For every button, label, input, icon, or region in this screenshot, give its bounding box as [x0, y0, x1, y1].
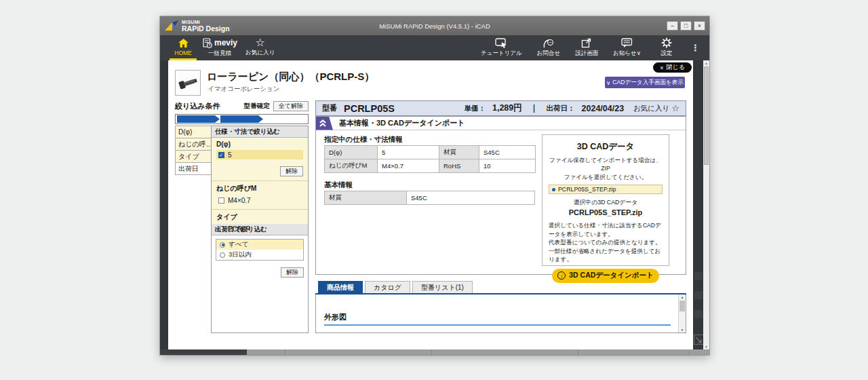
ship-option-all[interactable]: すべて — [216, 240, 303, 250]
scroll-up-icon[interactable]: ▲ — [679, 294, 686, 300]
misumi-logo: MiSUMi RAPiD Design — [164, 20, 230, 33]
app-status-strip — [160, 349, 709, 355]
checkbox-checked-icon[interactable]: ✓ — [218, 152, 224, 158]
nav-meviy-label: 一括見積 — [208, 50, 231, 58]
dialog-close-button[interactable]: × 閉じる — [653, 62, 692, 73]
nav-favorites-label: お気に入り — [245, 49, 275, 57]
filter-option-d5[interactable]: ✓ 5 — [216, 150, 303, 159]
table-row: D(φ) 5 材質 S45C — [324, 145, 536, 159]
product-thumbnail — [175, 70, 201, 96]
detail-tabs: 商品情報 カタログ 型番リスト(1) — [318, 281, 473, 293]
phone-contact-icon — [542, 38, 554, 48]
filter-option-m4[interactable]: M4×0.7 — [216, 195, 303, 205]
quote-document-icon — [202, 38, 212, 48]
nav-tutorial-label: チュートリアル — [481, 50, 522, 58]
app-content: ▲ ▼ × 閉じる ∨ CADデータ入手画面を表示 — [160, 60, 709, 355]
scroll-up-icon[interactable]: ▲ — [703, 60, 709, 66]
star-icon: ☆ — [255, 38, 264, 48]
nav-home-label: HOME — [174, 50, 192, 56]
tab-catalog[interactable]: カタログ — [365, 281, 410, 293]
section-title: 基本情報・3D CADデータインポート — [339, 118, 465, 128]
dimmed-background-row — [694, 310, 703, 318]
app-scrollbar[interactable]: ▲ ▼ — [703, 60, 709, 349]
scroll-down-icon[interactable]: ▼ — [703, 344, 709, 349]
close-window-button[interactable]: × — [694, 21, 705, 31]
kebab-menu[interactable]: ⋮ — [688, 35, 703, 60]
spec-filter-header: 仕様・寸法で絞り込む — [212, 126, 308, 138]
clear-spec-button[interactable]: 解除 — [280, 166, 303, 176]
product-title: ローラーピン（同心）（PCRLP-S） — [207, 71, 374, 83]
gear-icon — [661, 37, 672, 48]
logo-product: RAPiD Design — [182, 25, 230, 33]
close-icon: × — [660, 64, 663, 71]
ship-date-label: 出荷日： — [547, 104, 575, 113]
basic-info-title: 基本情報 — [324, 180, 353, 190]
clear-ship-button[interactable]: 解除 — [281, 267, 304, 278]
nav-favorites[interactable]: ☆ お気に入り — [241, 35, 279, 60]
show-cad-screen-button[interactable]: ∨ CADデータ入手画面を表示 — [605, 77, 685, 88]
spec-table: D(φ) 5 材質 S45C ねじの呼びM M4×0.7 RoHS 10 — [324, 145, 536, 173]
collapse-section-icon[interactable] — [316, 117, 333, 130]
panel-scrollbar[interactable]: ▲ ▼ — [678, 294, 686, 332]
cad-panel-title: 3D CADデータ — [549, 141, 663, 153]
filter-sidebar: 絞り込み条件 型番確定 全て解除 D(φ) ねじの呼… タイプ 出荷日 — [175, 100, 309, 333]
download-icon: ↓ — [557, 271, 566, 280]
titlebar: MiSUMi RAPiD Design MiSUMi RAPiD Design … — [160, 16, 709, 35]
cad-import-button[interactable]: ↓ 3D CADデータインポート — [552, 269, 659, 283]
radio-icon[interactable] — [220, 252, 225, 258]
spec-info-title: 指定中の仕様・寸法情報 — [324, 135, 403, 145]
radio-selected-icon[interactable] — [220, 242, 225, 248]
table-row: 材質 S45C — [324, 191, 535, 205]
minimize-button[interactable]: − — [667, 21, 678, 31]
nav-design-screen[interactable]: 設計画面 — [571, 35, 602, 60]
favorite-star-icon: ☆ — [671, 103, 679, 113]
external-link-icon — [581, 38, 592, 48]
maximize-button[interactable]: □ — [680, 21, 692, 31]
selected-cad-file: PCRLP05S_STEP.zip — [549, 208, 663, 216]
filter-category-shipdate[interactable]: 出荷日 — [175, 162, 212, 175]
dimmed-tool-icon — [694, 335, 704, 345]
basic-table: 材質 S45C — [324, 191, 535, 205]
filter-category-type[interactable]: タイプ — [175, 150, 212, 163]
checkbox-icon[interactable] — [218, 197, 224, 204]
nav-news[interactable]: お知らせ∨ — [609, 35, 645, 60]
nav-settings[interactable]: 設定 — [652, 35, 682, 60]
cad-file-option[interactable]: PCRLP05S_STEP.zip — [549, 185, 663, 194]
detail-main: 型番 PCRLP05S 単価： 1,289円 ｜ 出荷日： 2024/04/23… — [315, 100, 686, 333]
nav-home[interactable]: HOME — [168, 35, 198, 60]
main-toolbar: HOME meviy 一括見積 ☆ お気に入り — [160, 35, 709, 60]
filter-category-d[interactable]: D(φ) — [175, 126, 212, 138]
app-scrollbar-thumb[interactable] — [704, 66, 709, 165]
nav-meviy-quote[interactable]: meviy 一括見積 — [198, 35, 241, 60]
favorite-toggle[interactable]: お気に入り ☆ — [633, 103, 679, 113]
tutorial-icon — [495, 38, 508, 48]
selected-cad-label: 選択中の3D CADデータ — [549, 199, 663, 207]
radio-selected-icon — [552, 188, 555, 191]
chevron-down-icon: ∨ — [637, 50, 641, 56]
tab-product-info[interactable]: 商品情報 — [318, 281, 363, 293]
dimmed-background-row — [694, 291, 703, 299]
chevron-down-icon: ∨ — [606, 79, 610, 86]
scroll-down-icon[interactable]: ▼ — [679, 327, 686, 332]
filter-panel: 仕様・寸法で絞り込む D(φ) ✓ 5 解除 ねじの呼びM — [211, 126, 309, 333]
ship-option-3days[interactable]: 3日以内 — [216, 250, 303, 260]
filter-group-thread-label: ねじの呼びM — [216, 184, 303, 193]
nav-design-label: 設計画面 — [575, 50, 598, 58]
filter-group-type-label: タイプ — [216, 212, 303, 222]
announcement-bubble-icon — [621, 38, 633, 48]
part-number-value: PCRLP05S — [344, 103, 395, 114]
filter-group-d-label: D(φ) — [216, 140, 303, 148]
header-divider: ｜ — [530, 102, 538, 114]
nav-contact[interactable]: お問合せ — [533, 35, 564, 60]
logo-brand: MiSUMi — [182, 20, 230, 24]
misumi-triangle-icon — [164, 20, 179, 32]
filter-category-thread[interactable]: ねじの呼… — [175, 138, 212, 151]
dimmed-background-row — [694, 272, 703, 280]
clear-all-button[interactable]: 全て解除 — [273, 101, 309, 111]
panel-scrollbar-thumb[interactable] — [679, 301, 685, 311]
ship-date-value: 2024/04/23 — [582, 104, 625, 113]
filter-title: 絞り込み条件 — [175, 101, 220, 111]
nav-contact-label: お問合せ — [537, 50, 560, 58]
nav-tutorial[interactable]: チュートリアル — [477, 35, 526, 60]
tab-part-list[interactable]: 型番リスト(1) — [412, 281, 473, 293]
